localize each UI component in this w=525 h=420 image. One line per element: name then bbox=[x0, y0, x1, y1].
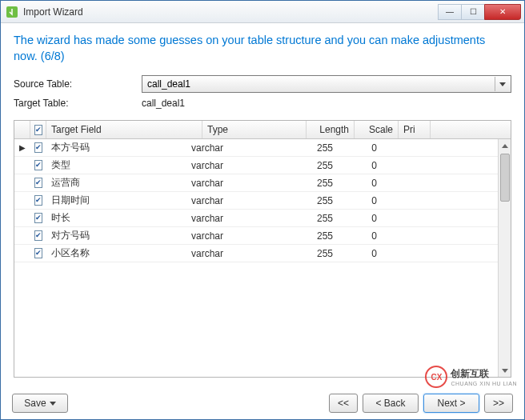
row-length[interactable]: 255 bbox=[291, 230, 339, 242]
vertical-scrollbar[interactable] bbox=[498, 139, 511, 377]
content-area: The wizard has made some guesses on your… bbox=[1, 23, 524, 387]
save-button-label: Save bbox=[24, 398, 46, 409]
import-wizard-window: Import Wizard — ☐ ✕ The wizard has made … bbox=[0, 0, 525, 420]
row-length[interactable]: 255 bbox=[291, 213, 339, 224]
chevron-down-icon bbox=[50, 402, 56, 406]
checkbox-icon bbox=[34, 230, 42, 241]
table-row[interactable]: 小区名称varchar2550 bbox=[14, 245, 511, 262]
app-icon bbox=[6, 6, 18, 18]
row-checkbox[interactable] bbox=[30, 178, 46, 188]
row-type[interactable]: varchar bbox=[186, 195, 291, 206]
row-scale[interactable]: 0 bbox=[339, 142, 383, 154]
grid-header-scale[interactable]: Scale bbox=[355, 121, 399, 138]
watermark-cn: 创新互联 bbox=[451, 367, 517, 381]
chevron-down-icon bbox=[495, 77, 509, 91]
titlebar: Import Wizard — ☐ ✕ bbox=[1, 1, 524, 23]
grid-header-gutter bbox=[14, 121, 30, 138]
row-scale[interactable]: 0 bbox=[339, 160, 383, 171]
row-type[interactable]: varchar bbox=[186, 213, 291, 224]
row-type[interactable]: varchar bbox=[186, 142, 291, 154]
last-button[interactable]: >> bbox=[484, 394, 513, 413]
watermark: CX 创新互联 CHUANG XIN HU LIAN bbox=[425, 366, 517, 388]
table-row[interactable]: 日期时间varchar2550 bbox=[14, 192, 511, 210]
next-button[interactable]: Next > bbox=[423, 394, 479, 413]
row-field[interactable]: 小区名称 bbox=[46, 246, 186, 260]
source-table-row: Source Table: call_deal1 bbox=[14, 75, 511, 93]
row-field[interactable]: 本方号码 bbox=[46, 141, 186, 154]
grid-header-length[interactable]: Length bbox=[307, 121, 355, 138]
footer: Save << < Back Next > >> bbox=[1, 387, 524, 419]
source-table-combo[interactable]: call_deal1 bbox=[142, 75, 511, 93]
row-field[interactable]: 日期时间 bbox=[46, 194, 186, 207]
row-checkbox[interactable] bbox=[30, 230, 46, 241]
source-table-label: Source Table: bbox=[14, 78, 142, 90]
minimize-button[interactable]: — bbox=[438, 4, 462, 20]
grid-header-primary[interactable]: Pri bbox=[399, 121, 431, 138]
watermark-en: CHUANG XIN HU LIAN bbox=[451, 381, 517, 386]
row-type[interactable]: varchar bbox=[186, 230, 291, 242]
checkbox-icon bbox=[34, 160, 42, 170]
row-field[interactable]: 时长 bbox=[46, 211, 186, 225]
table-row[interactable]: 时长varchar2550 bbox=[14, 210, 511, 227]
row-length[interactable]: 255 bbox=[291, 160, 339, 171]
row-checkbox[interactable] bbox=[30, 195, 46, 206]
table-row[interactable]: 运营商varchar2550 bbox=[14, 174, 511, 192]
row-type[interactable]: varchar bbox=[186, 178, 291, 189]
grid-header-type[interactable]: Type bbox=[202, 121, 307, 138]
row-length[interactable]: 255 bbox=[291, 195, 339, 206]
first-button[interactable]: << bbox=[329, 394, 358, 413]
row-checkbox[interactable] bbox=[30, 213, 46, 223]
table-row[interactable]: ▶本方号码varchar2550 bbox=[14, 139, 511, 157]
checkbox-icon bbox=[34, 178, 42, 188]
row-type[interactable]: varchar bbox=[186, 160, 291, 171]
target-table-label: Target Table: bbox=[14, 98, 142, 109]
window-buttons: — ☐ ✕ bbox=[439, 4, 521, 20]
checkbox-icon bbox=[34, 248, 42, 258]
close-button[interactable]: ✕ bbox=[484, 4, 521, 20]
row-length[interactable]: 255 bbox=[291, 248, 339, 259]
scroll-up-icon[interactable] bbox=[499, 139, 511, 152]
wizard-heading: The wizard has made some guesses on your… bbox=[14, 33, 511, 64]
save-button[interactable]: Save bbox=[12, 394, 68, 413]
row-length[interactable]: 255 bbox=[291, 178, 339, 189]
grid-header: Target Field Type Length Scale Pri bbox=[14, 121, 511, 139]
checkbox-icon bbox=[34, 125, 42, 135]
watermark-logo: CX bbox=[425, 366, 447, 388]
back-button[interactable]: < Back bbox=[363, 394, 419, 413]
table-row[interactable]: 对方号码varchar2550 bbox=[14, 227, 511, 245]
row-length[interactable]: 255 bbox=[291, 142, 339, 154]
scroll-thumb[interactable] bbox=[500, 154, 510, 202]
row-field[interactable]: 类型 bbox=[46, 158, 186, 172]
row-field[interactable]: 对方号码 bbox=[46, 229, 186, 242]
row-scale[interactable]: 0 bbox=[339, 178, 383, 189]
maximize-button[interactable]: ☐ bbox=[461, 4, 485, 20]
table-row[interactable]: 类型varchar2550 bbox=[14, 157, 511, 174]
row-scale[interactable]: 0 bbox=[339, 213, 383, 224]
grid-header-check[interactable] bbox=[30, 121, 46, 138]
target-table-row: Target Table: call_deal1 bbox=[14, 98, 511, 109]
checkbox-icon bbox=[34, 195, 42, 206]
target-table-value: call_deal1 bbox=[142, 98, 185, 109]
row-checkbox[interactable] bbox=[30, 248, 46, 258]
row-type[interactable]: varchar bbox=[186, 248, 291, 259]
window-title: Import Wizard bbox=[23, 6, 83, 18]
fields-grid: Target Field Type Length Scale Pri ▶本方号码… bbox=[14, 120, 511, 378]
row-field[interactable]: 运营商 bbox=[46, 176, 186, 190]
grid-header-field[interactable]: Target Field bbox=[46, 121, 202, 138]
grid-body: ▶本方号码varchar2550类型varchar2550运营商varchar2… bbox=[14, 139, 511, 377]
checkbox-icon bbox=[34, 213, 42, 223]
row-scale[interactable]: 0 bbox=[339, 230, 383, 242]
source-table-value: call_deal1 bbox=[147, 78, 190, 90]
row-scale[interactable]: 0 bbox=[339, 248, 383, 259]
row-checkbox[interactable] bbox=[30, 142, 46, 153]
checkbox-icon bbox=[34, 142, 42, 153]
row-scale[interactable]: 0 bbox=[339, 195, 383, 206]
row-checkbox[interactable] bbox=[30, 160, 46, 170]
row-indicator: ▶ bbox=[14, 143, 30, 152]
